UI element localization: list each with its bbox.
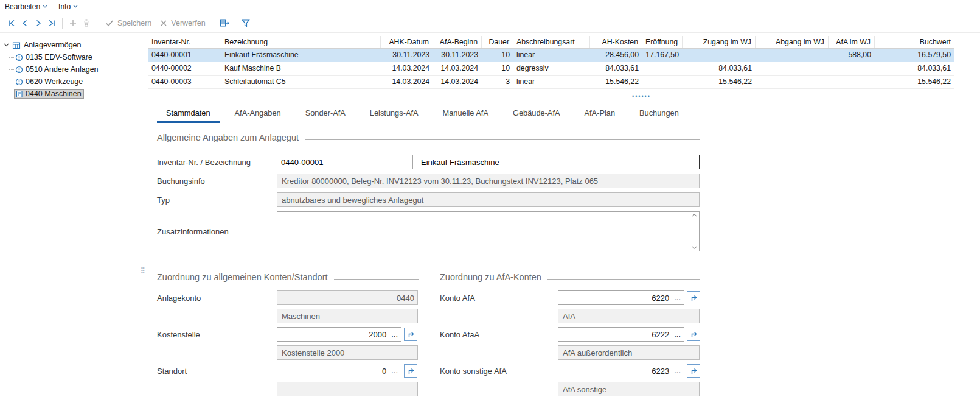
standort-lookup-button[interactable]: ... (391, 368, 398, 374)
cell: 14.03.2024 (433, 62, 482, 75)
next-record-button[interactable] (32, 16, 45, 30)
cell: 0440-00003 (148, 76, 221, 88)
toolbar-separator (214, 18, 214, 29)
kostenstelle-jump-button[interactable] (404, 328, 417, 341)
col-eroeffnung[interactable]: Eröffnung (642, 36, 683, 48)
konto-afa-lookup-button[interactable]: ... (674, 295, 681, 301)
col-zugang-im-wj[interactable]: Zugang im WJ (683, 36, 756, 48)
konto-afaa-lookup-button[interactable]: ... (674, 331, 681, 337)
col-ahk-datum[interactable]: AHK-Datum (381, 36, 433, 48)
tab-afa-angaben[interactable]: AfA-Angaben (226, 105, 290, 123)
col-afa-beginn[interactable]: AfA-Beginn (433, 36, 482, 48)
save-check-icon (105, 19, 114, 27)
cell: 14.03.2024 (433, 76, 482, 88)
bezeichnung-input[interactable] (417, 155, 700, 169)
last-record-icon (47, 19, 56, 27)
chevron-down-icon (73, 5, 78, 8)
scroll-up-icon[interactable] (692, 214, 697, 217)
table-row[interactable]: 0440-00001 Einkauf Fräsmaschine 30.11.20… (148, 49, 954, 62)
horizontal-splitter[interactable]: •••••• (148, 89, 980, 104)
discard-button[interactable]: Verwerfen (160, 19, 205, 27)
col-afa-im-wj[interactable]: AfA im WJ (829, 36, 875, 48)
cell: Einkauf Fräsmaschine (221, 49, 381, 62)
previous-record-button[interactable] (18, 16, 32, 30)
col-bezeichnung[interactable]: Bezeichnung (221, 36, 381, 48)
tree-root-anlagevermoegen[interactable]: Anlagevermögen (0, 39, 148, 51)
konto-afaa-field[interactable]: 6222 ... (558, 327, 684, 342)
vertical-splitter[interactable]: •••••• (141, 267, 145, 274)
col-ah-kosten[interactable]: AH-Kosten (590, 36, 642, 48)
tree-item-label: 0510 Andere Anlagen (26, 65, 99, 74)
tree-item-0620-werkzeuge[interactable]: 0620 Werkzeuge (9, 76, 148, 88)
first-record-button[interactable] (5, 16, 18, 30)
konto-sonstige-afa-field[interactable]: 6223 ... (558, 364, 684, 378)
cell: 30.11.2023 (433, 49, 482, 62)
inventar-nr-input[interactable] (277, 155, 413, 169)
zusatzinformationen-textarea[interactable] (277, 212, 689, 251)
text-caret (280, 214, 280, 223)
tree-connector (9, 94, 14, 94)
save-button[interactable]: Speichern (105, 19, 151, 27)
transfer-postings-button[interactable] (218, 16, 231, 30)
cell (829, 62, 875, 75)
last-record-button[interactable] (45, 16, 58, 30)
konto-afa-jump-button[interactable] (687, 291, 700, 304)
filter-button[interactable] (239, 16, 252, 30)
tab-leistungs-afa[interactable]: Leistungs-AfA (361, 105, 428, 123)
standort-field[interactable]: 0 ... (277, 364, 401, 378)
toolbar-separator (62, 18, 63, 29)
tree-item-0135-edv-software[interactable]: 0135 EDV-Software (9, 51, 148, 63)
tab-buchungen[interactable]: Buchungen (630, 105, 688, 123)
toolbar-separator (97, 18, 97, 29)
tree-connector (9, 57, 14, 58)
konto-sonstige-afa-label: Konto sonstige AfA (440, 364, 558, 396)
tree-collapse-chevron-icon[interactable] (4, 43, 9, 47)
menubar: Bearbeiten Info (0, 0, 980, 13)
konto-afa-field[interactable]: 6220 ... (558, 290, 684, 305)
cell: 84.033,61 (683, 62, 756, 75)
scroll-down-icon[interactable] (692, 246, 697, 249)
konto-afaa-jump-button[interactable] (687, 328, 700, 341)
tree-item-0510-andere-anlagen[interactable]: 0510 Andere Anlagen (9, 63, 148, 76)
tab-manuelle-afa[interactable]: Manuelle AfA (434, 105, 498, 123)
col-abgang-im-wj[interactable]: Abgang im WJ (756, 36, 829, 48)
konto-afaa-name-field: AfA außerordentlich (558, 345, 700, 360)
col-inventar-nr[interactable]: Inventar-Nr. (148, 36, 221, 48)
tree-item-0440-maschinen[interactable]: 0440 Maschinen (9, 88, 148, 100)
konto-afa-label: Konto AfA (440, 290, 558, 323)
add-button[interactable] (66, 16, 80, 30)
delete-button[interactable] (80, 16, 93, 30)
standort-jump-button[interactable] (404, 364, 417, 378)
konto-sonstige-afa-name-field: AfA sonstige (558, 382, 700, 396)
anlagekonto-name-field: Maschinen (277, 309, 418, 323)
konto-afaa-label: Konto AfaA (440, 327, 558, 360)
table-row[interactable]: 0440-00002 Kauf Maschine B 14.03.2024 14… (148, 62, 954, 76)
konto-sonstige-afa-jump-button[interactable] (687, 364, 700, 378)
kostenstelle-label: Kostenstelle (157, 327, 277, 360)
konto-sonstige-afa-lookup-button[interactable]: ... (674, 368, 681, 374)
col-buchwert[interactable]: Buchwert (875, 36, 954, 48)
section-title: Zuordnung zu allgemeinen Konten/Standort (157, 272, 328, 282)
kostenstelle-lookup-button[interactable]: ... (391, 331, 398, 337)
jump-to-icon (690, 331, 698, 339)
section-title: Zuordnung zu AfA-Konten (440, 272, 541, 282)
menu-bearbeiten[interactable]: Bearbeiten (5, 2, 47, 11)
col-abschreibungsart[interactable]: Abschreibungsart (513, 36, 590, 48)
cell: 0440-00001 (148, 49, 221, 62)
cell (756, 49, 829, 62)
warning-icon (15, 78, 23, 86)
table-row[interactable]: 0440-00003 Schleifautomat C5 14.03.2024 … (148, 76, 954, 89)
kostenstelle-field[interactable]: 2000 ... (277, 327, 401, 342)
tab-afa-plan[interactable]: AfA-Plan (575, 105, 625, 123)
cell: 14.03.2024 (381, 76, 433, 88)
textarea-scrollbar[interactable] (690, 212, 698, 251)
tab-sonder-afa[interactable]: Sonder-AfA (296, 105, 355, 123)
tab-stammdaten[interactable]: Stammdaten (157, 105, 220, 123)
menu-bearbeiten-label: Bearbeiten (5, 2, 40, 11)
cell: 28.456,00 (590, 49, 642, 62)
tab-gebaeude-afa[interactable]: Gebäude-AfA (504, 105, 569, 123)
delete-icon (82, 19, 91, 27)
cell: 17.167,50 (642, 49, 683, 62)
menu-info[interactable]: Info (58, 2, 78, 11)
col-dauer[interactable]: Dauer (482, 36, 513, 48)
